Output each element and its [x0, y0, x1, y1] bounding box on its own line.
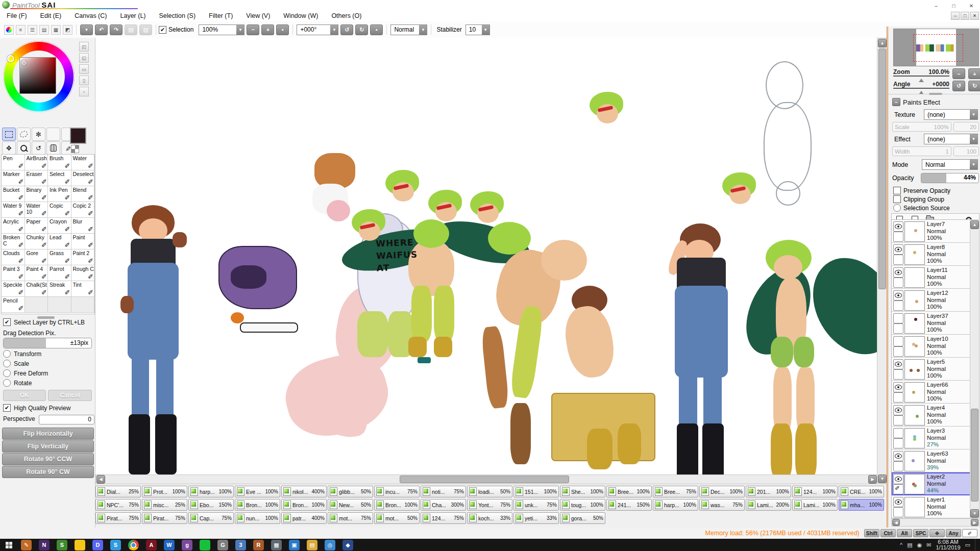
brush-tool-cell[interactable]: Select ✐	[48, 170, 71, 186]
layer-row[interactable]: Layer12 Normal 100%	[892, 289, 979, 312]
custom-palette-toggle-icon[interactable]: ◩	[63, 25, 72, 35]
clipping-group-checkbox[interactable]	[893, 195, 901, 203]
layer-visibility-toggle[interactable]	[893, 313, 903, 323]
layer-paint-slot[interactable]	[893, 323, 903, 334]
brush-tool-cell[interactable]: Bucket ✐	[2, 186, 25, 202]
layer-paint-slot[interactable]	[893, 278, 903, 288]
brush-tool-cell[interactable]: Paint 4 ✐	[25, 265, 48, 281]
layer-scroll-down-icon[interactable]: ▼	[970, 509, 979, 518]
tray-icon-1[interactable]: ▤	[907, 542, 912, 548]
brush-tool-cell[interactable]: Tint ✐	[71, 281, 95, 297]
brush-tool-cell[interactable]: ✐	[25, 297, 48, 313]
layer-paint-slot[interactable]	[893, 438, 903, 448]
brush-tool-cell[interactable]: Blur ✐	[71, 218, 95, 234]
file-tab[interactable]: 201... 100%	[746, 486, 791, 497]
vscroll-thumb[interactable]	[878, 48, 886, 289]
effect-dropdown[interactable]: (none) ▼	[924, 134, 978, 144]
flip-horizontally-button[interactable]: Flip Horizontally	[2, 428, 94, 440]
paint-mode-dropdown[interactable]: Normal ▼	[390, 24, 427, 35]
modifier-key[interactable]: Alt	[897, 529, 912, 537]
paint-mode-dropdown-arrow-icon[interactable]: ▼	[419, 25, 427, 35]
free-deform-radio[interactable]	[3, 369, 11, 377]
layer-row[interactable]: Layer63 Normal 39%	[892, 449, 979, 472]
layer-row[interactable]: Layer11 Normal 100%	[892, 266, 979, 289]
taskbar-app-icon[interactable]: ✎	[21, 540, 32, 550]
restore-button[interactable]: □	[946, 2, 962, 10]
layer-row[interactable]: Layer37 Normal 100%	[892, 312, 979, 335]
brush-tool-cell[interactable]: Marker ✐	[2, 170, 25, 186]
rect-select-tool[interactable]	[2, 128, 16, 141]
brush-tool-cell[interactable]: Eraser ✐	[25, 170, 48, 186]
brush-tool-cell[interactable]: Blend ✐	[71, 186, 95, 202]
layer-paint-slot[interactable]	[893, 346, 903, 357]
menu-item[interactable]: Canvas (C)	[68, 10, 113, 21]
layer-visibility-toggle[interactable]	[893, 267, 903, 278]
brush-tool-cell[interactable]: Brush ✐	[48, 155, 71, 170]
menu-item[interactable]: Selection (S)	[153, 10, 203, 21]
menu-item[interactable]: Window (W)	[277, 10, 325, 21]
brush-tool-cell[interactable]: Deselect ✐	[71, 170, 95, 186]
file-tab[interactable]: Bron... 100%	[235, 499, 280, 511]
color-wheel-toggle-icon[interactable]	[4, 25, 14, 35]
layer-mode-dropdown-arrow-icon[interactable]: ▼	[970, 160, 977, 169]
tray-expand-icon[interactable]: ^	[900, 542, 902, 548]
taskbar-app-icon[interactable]: ▦	[271, 540, 282, 550]
file-tab[interactable]: harp... 100%	[188, 486, 234, 497]
taskbar-app-icon[interactable]	[128, 540, 139, 550]
brush-tool-cell[interactable]: Lead ✐	[48, 234, 71, 249]
file-tab[interactable]: unk... 75%	[513, 499, 559, 511]
doc-restore-button[interactable]: □	[961, 12, 969, 20]
scratchpad-toggle-icon[interactable]: ▦	[51, 25, 61, 35]
menu-item[interactable]: Edit (E)	[34, 10, 68, 21]
file-tab[interactable]: CRE... 100%	[839, 486, 884, 497]
angle-reset-button[interactable]: ▪	[370, 24, 383, 35]
layer-row[interactable]: Layer4 Normal 100%	[892, 404, 979, 427]
brush-tool-cell[interactable]: Parrot ✐	[48, 265, 71, 281]
panel-mini-button-4-icon[interactable]: ▯	[79, 76, 89, 85]
file-tab[interactable]: Bron... 100%	[281, 499, 327, 511]
layer-paint-slot[interactable]	[893, 484, 903, 494]
modifier-key[interactable]: SPC	[913, 529, 928, 537]
menu-item[interactable]: Filter (T)	[202, 10, 239, 21]
drag-detection-slider[interactable]: ±13pix	[3, 338, 92, 348]
rotate-90-cw-button[interactable]: Rotate 90° CW	[2, 466, 94, 478]
file-tab[interactable]: Bron... 100%	[374, 499, 420, 511]
transparent-color-toggle-icon[interactable]	[71, 145, 79, 153]
rotate-view-tool[interactable]: ↺	[32, 141, 45, 155]
layer-row[interactable]: Layer5 Normal 100%	[892, 358, 979, 381]
layer-row[interactable]: Layer7 Normal 100%	[892, 220, 979, 243]
scroll-down-icon[interactable]: ▼	[878, 474, 887, 483]
layer-scroll-thumb[interactable]	[971, 409, 978, 502]
hand-tool[interactable]	[46, 141, 60, 155]
layer-paint-slot[interactable]	[893, 232, 903, 242]
ok-button[interactable]: OK	[3, 390, 46, 401]
nav-zoom-out-button[interactable]: −	[952, 68, 965, 79]
effect-dropdown-arrow-icon[interactable]: ▼	[970, 134, 977, 144]
menu-item[interactable]: Others (O)	[325, 10, 368, 21]
selection-shrink-button[interactable]: ▧	[139, 24, 152, 35]
perspective-input[interactable]: 0	[39, 415, 94, 424]
file-tab[interactable]: Eve ... 100%	[235, 486, 280, 497]
file-tab[interactable]: incu... 75%	[374, 486, 420, 497]
taskbar-app-icon[interactable]: W	[164, 540, 175, 550]
hsv-slider-toggle-icon[interactable]: ☰	[28, 25, 37, 35]
brush-tool-cell[interactable]: Crayon ✐	[48, 218, 71, 234]
file-tab[interactable]: 124... 100%	[792, 486, 838, 497]
file-tab[interactable]: Yont... 75%	[467, 499, 512, 511]
layer-visibility-toggle[interactable]	[893, 290, 903, 300]
brush-tool-cell[interactable]: Rough C ✐	[71, 265, 95, 281]
file-tab[interactable]: mha... 100%	[839, 499, 884, 511]
taskbar-app-icon[interactable]	[75, 540, 85, 550]
zoom-in-button[interactable]: +	[261, 24, 274, 35]
hscroll-thumb[interactable]	[400, 475, 569, 483]
redo-button[interactable]: ↷	[110, 24, 122, 35]
brush-tool-cell[interactable]: AirBrush ✐	[25, 155, 48, 170]
texture-dropdown-arrow-icon[interactable]: ▼	[970, 110, 977, 119]
file-tab[interactable]: noti... 75%	[421, 486, 466, 497]
taskbar-app-icon[interactable]: ◎	[325, 540, 335, 550]
panel-mini-button-5-icon[interactable]: ▫	[79, 87, 89, 96]
brush-tool-cell[interactable]: Copic 2 ✐	[71, 202, 95, 218]
layer-row[interactable]: Layer3 Normal 27%	[892, 427, 979, 449]
zoom-out-button[interactable]: −	[247, 24, 259, 35]
tray-icon-3[interactable]: ✉	[926, 542, 931, 548]
